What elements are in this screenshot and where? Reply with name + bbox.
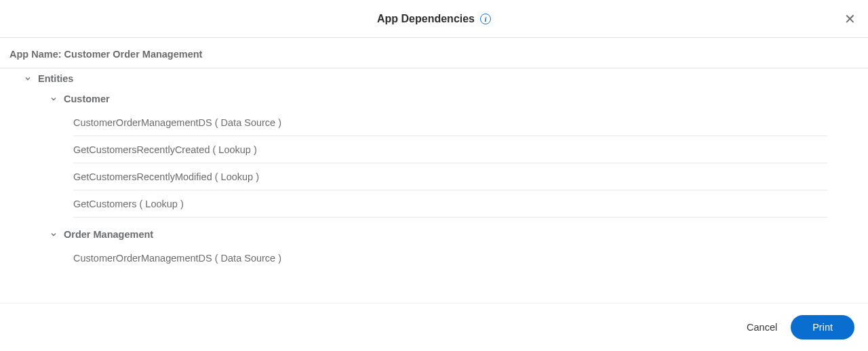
tree-item-label: CustomerOrderManagementDS ( Data Source …: [73, 253, 281, 264]
app-name-row: App Name: Customer Order Management: [0, 38, 868, 68]
dialog-header: App Dependencies i ✕: [0, 0, 868, 38]
tree-item[interactable]: GetCustomersRecentlyCreated ( Lookup ): [73, 136, 827, 163]
tree-item[interactable]: GetCustomersRecentlyModified ( Lookup ): [73, 163, 827, 190]
tree-item-label: GetCustomersRecentlyCreated ( Lookup ): [73, 144, 257, 155]
cancel-button[interactable]: Cancel: [744, 316, 780, 338]
dialog-footer: Cancel Print: [0, 303, 868, 351]
close-icon[interactable]: ✕: [844, 12, 856, 26]
app-name-value: Customer Order Management: [64, 49, 203, 60]
app-name-label: App Name:: [9, 49, 62, 60]
tree-item[interactable]: GetCustomers ( Lookup ): [73, 190, 827, 218]
tree-item[interactable]: CustomerOrderManagementDS ( Data Source …: [73, 245, 827, 272]
chevron-down-icon[interactable]: [22, 75, 34, 83]
dialog-title: App Dependencies: [377, 13, 475, 25]
tree-item-label: CustomerOrderManagementDS ( Data Source …: [73, 117, 281, 128]
tree-content[interactable]: Entities Customer CustomerOrderManagemen…: [0, 68, 868, 295]
tree-item-label: GetCustomersRecentlyModified ( Lookup ): [73, 171, 259, 182]
print-button[interactable]: Print: [791, 315, 854, 339]
chevron-down-icon[interactable]: [47, 95, 60, 103]
tree-root[interactable]: Entities: [0, 68, 868, 89]
tree-node-customer[interactable]: Customer: [0, 89, 868, 109]
tree-root-label: Entities: [38, 73, 73, 84]
chevron-down-icon[interactable]: [47, 230, 60, 239]
tree-node-label: Customer: [64, 94, 110, 104]
tree-item[interactable]: CustomerOrderManagementDS ( Data Source …: [73, 109, 827, 136]
dialog-title-wrap: App Dependencies i: [377, 13, 491, 25]
tree-item-label: GetCustomers ( Lookup ): [73, 199, 184, 209]
tree-node-order-management[interactable]: Order Management: [0, 224, 868, 245]
info-icon[interactable]: i: [480, 14, 491, 24]
tree-node-label: Order Management: [64, 229, 153, 240]
